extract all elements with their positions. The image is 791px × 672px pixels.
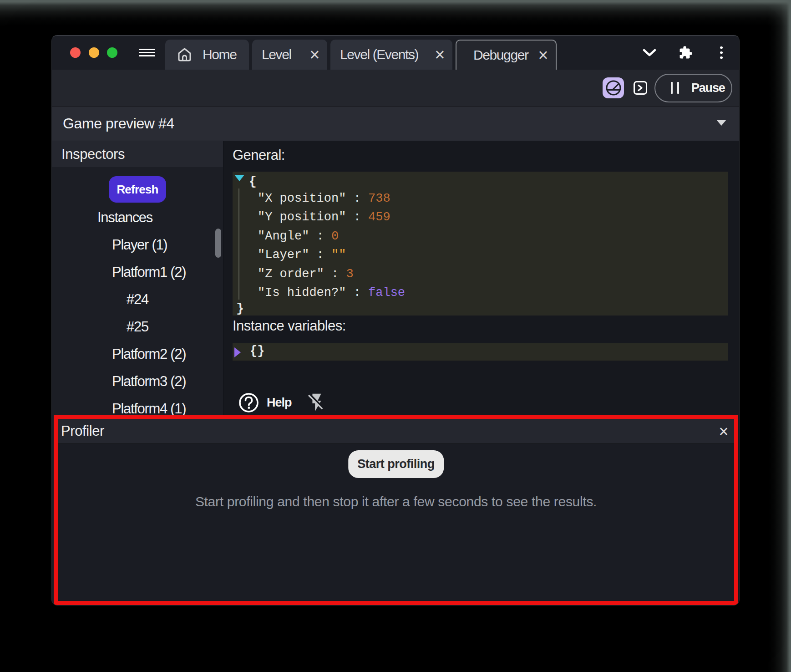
json-value: 738 [368, 192, 390, 205]
json-entry: Y position : 459 [258, 208, 405, 227]
tree-item-player[interactable]: Player (1) [52, 231, 223, 259]
json-key: Z order [258, 267, 324, 281]
home-icon [177, 47, 192, 62]
tab-bar: Home Level × Level (Events) × Debugger × [165, 40, 557, 70]
titlebar: Home Level × Level (Events) × Debugger × [52, 36, 739, 70]
profiler-close-icon[interactable]: × [713, 419, 734, 444]
json-key: Layer [258, 248, 309, 262]
extensions-puzzle-icon[interactable] [667, 46, 704, 60]
debugger-toolbar: Pause [52, 70, 739, 106]
json-open-brace: { [249, 174, 257, 188]
json-value: 3 [346, 267, 353, 281]
general-label: General: [233, 147, 285, 163]
profiler-gauge-icon[interactable] [603, 77, 624, 98]
menu-icon[interactable] [139, 49, 155, 56]
tree-item-instances[interactable]: Instances [52, 204, 223, 231]
help-icon[interactable] [239, 393, 259, 412]
expand-caret-icon[interactable] [234, 347, 241, 357]
sidebar-scrollbar-thumb[interactable] [215, 229, 221, 258]
game-preview-header[interactable]: Game preview #4 [52, 106, 739, 141]
titlebar-right-icons [631, 36, 739, 70]
json-key: Angle [258, 229, 309, 243]
json-entry: X position : 738 [258, 189, 405, 208]
tree-item-platform3[interactable]: Platform3 (2) [52, 368, 223, 395]
json-value: "" [331, 248, 346, 262]
json-key: X position [258, 192, 346, 205]
refresh-button[interactable]: Refresh [109, 176, 166, 203]
tab-close-icon[interactable]: × [433, 46, 446, 63]
instance-variables-label: Instance variables: [233, 318, 346, 334]
dropdown-caret-icon[interactable] [716, 120, 726, 126]
app-window: Home Level × Level (Events) × Debugger × [51, 35, 740, 606]
json-entries: X position : 738 Y position : 459 Angle … [258, 189, 405, 302]
pause-label: Pause [691, 81, 725, 95]
tab-label: Level (Events) [340, 47, 418, 62]
chevron-down-icon[interactable] [631, 49, 667, 57]
desktop-edge-top [0, 0, 791, 27]
tab-close-icon[interactable]: × [536, 46, 549, 64]
traffic-light-close-button[interactable] [70, 47, 81, 58]
json-value: false [368, 286, 405, 300]
tree-item-platform2[interactable]: Platform2 (2) [52, 341, 223, 368]
traffic-light-zoom-button[interactable] [107, 47, 117, 58]
tab-label: Level [262, 47, 291, 62]
json-value: 0 [331, 229, 339, 243]
json-entry: Is hidden? : false [258, 284, 405, 303]
inspectors-header: Inspectors [52, 141, 223, 167]
variables-empty-object: {} [250, 344, 264, 358]
profiler-panel: Profiler × Start profiling Start profili… [54, 415, 738, 605]
traffic-light-minimize-button[interactable] [89, 47, 99, 58]
tab-level-events[interactable]: Level (Events) × [330, 40, 452, 70]
tab-close-icon[interactable]: × [308, 46, 321, 63]
pause-icon [671, 82, 679, 94]
desktop-edge-right [767, 0, 791, 672]
tab-debugger[interactable]: Debugger × [456, 40, 557, 70]
tab-label: Debugger [473, 47, 528, 63]
game-preview-title: Game preview #4 [63, 115, 174, 132]
tab-home[interactable]: Home [165, 40, 249, 70]
kebab-menu-icon[interactable] [704, 46, 739, 59]
tree-item-24[interactable]: #24 [52, 286, 223, 313]
tab-label: Home [203, 47, 236, 62]
instance-variables-json-view: {} [233, 343, 728, 361]
inspector-tree: Instances Player (1) Platform1 (2) #24 #… [52, 204, 223, 423]
flash-off-icon[interactable] [306, 392, 327, 413]
general-json-view: { X position : 738 Y position : 459 Angl… [233, 172, 728, 316]
profiler-hint: Start profiling and then stop it after a… [58, 494, 734, 509]
json-entry: Z order : 3 [258, 265, 405, 284]
json-key: Y position [258, 210, 346, 224]
json-entry: Angle : 0 [258, 227, 405, 246]
start-profiling-button[interactable]: Start profiling [348, 450, 444, 478]
help-label[interactable]: Help [267, 396, 292, 410]
json-close-brace: } [236, 301, 244, 316]
console-icon[interactable] [634, 81, 647, 95]
json-key: Is hidden? [258, 286, 346, 300]
help-row: Help [239, 392, 327, 413]
json-entry: Layer : "" [258, 246, 405, 265]
tree-item-25[interactable]: #25 [52, 313, 223, 341]
inspectors-title: Inspectors [61, 146, 125, 163]
profiler-title: Profiler [61, 423, 104, 439]
collapse-caret-icon[interactable] [234, 175, 244, 181]
tree-item-platform1[interactable]: Platform1 (2) [52, 259, 223, 286]
profiler-header: Profiler × [58, 419, 734, 444]
tab-level[interactable]: Level × [252, 40, 327, 70]
pause-button[interactable]: Pause [654, 74, 732, 102]
json-indent-guide [238, 188, 239, 300]
json-value: 459 [368, 210, 390, 224]
